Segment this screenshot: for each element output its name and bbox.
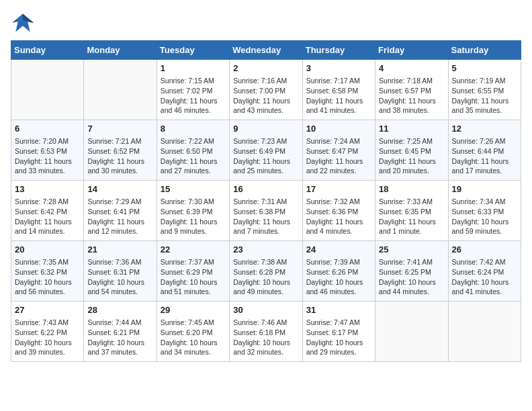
- calendar-cell: 13Sunrise: 7:28 AMSunset: 6:42 PMDayligh…: [11, 181, 84, 241]
- calendar-cell: 30Sunrise: 7:46 AMSunset: 6:18 PMDayligh…: [230, 302, 302, 362]
- day-number: 4: [379, 62, 444, 75]
- calendar-cell: [11, 60, 84, 120]
- calendar-table: SundayMondayTuesdayWednesdayThursdayFrid…: [11, 40, 521, 362]
- day-number: 20: [15, 244, 80, 256]
- day-number: 8: [161, 123, 226, 135]
- day-number: 30: [233, 304, 298, 316]
- calendar-cell: 22Sunrise: 7:37 AMSunset: 6:29 PMDayligh…: [157, 241, 229, 302]
- week-row-5: 27Sunrise: 7:43 AMSunset: 6:22 PMDayligh…: [11, 302, 521, 362]
- calendar-cell: 11Sunrise: 7:25 AMSunset: 6:45 PMDayligh…: [375, 120, 448, 181]
- day-info: Sunrise: 7:29 AMSunset: 6:41 PMDaylight:…: [87, 197, 152, 236]
- day-info: Sunrise: 7:18 AMSunset: 6:57 PMDaylight:…: [379, 76, 444, 116]
- day-info: Sunrise: 7:36 AMSunset: 6:31 PMDaylight:…: [87, 257, 152, 297]
- day-number: 21: [87, 244, 152, 256]
- day-info: Sunrise: 7:25 AMSunset: 6:45 PMDaylight:…: [379, 136, 444, 176]
- day-number: 5: [452, 62, 517, 75]
- week-row-1: 1Sunrise: 7:15 AMSunset: 7:02 PMDaylight…: [11, 60, 521, 120]
- weekday-header-sunday: Sunday: [11, 41, 84, 60]
- calendar-cell: 20Sunrise: 7:35 AMSunset: 6:32 PMDayligh…: [11, 241, 84, 302]
- day-info: Sunrise: 7:34 AMSunset: 6:33 PMDaylight:…: [452, 197, 517, 236]
- day-info: Sunrise: 7:21 AMSunset: 6:52 PMDaylight:…: [87, 136, 152, 176]
- day-number: 25: [379, 244, 444, 256]
- day-info: Sunrise: 7:20 AMSunset: 6:53 PMDaylight:…: [15, 136, 80, 176]
- day-info: Sunrise: 7:28 AMSunset: 6:42 PMDaylight:…: [15, 197, 80, 236]
- day-info: Sunrise: 7:47 AMSunset: 6:17 PMDaylight:…: [306, 318, 371, 357]
- calendar-cell: 7Sunrise: 7:21 AMSunset: 6:52 PMDaylight…: [84, 120, 157, 181]
- day-info: Sunrise: 7:45 AMSunset: 6:20 PMDaylight:…: [161, 318, 226, 357]
- calendar-cell: 24Sunrise: 7:39 AMSunset: 6:26 PMDayligh…: [302, 241, 375, 302]
- calendar-cell: 31Sunrise: 7:47 AMSunset: 6:17 PMDayligh…: [302, 302, 375, 362]
- day-number: 10: [306, 123, 371, 135]
- week-row-2: 6Sunrise: 7:20 AMSunset: 6:53 PMDaylight…: [11, 120, 521, 181]
- calendar-cell: 21Sunrise: 7:36 AMSunset: 6:31 PMDayligh…: [84, 241, 157, 302]
- day-info: Sunrise: 7:38 AMSunset: 6:28 PMDaylight:…: [233, 257, 298, 297]
- day-info: Sunrise: 7:35 AMSunset: 6:32 PMDaylight:…: [15, 257, 80, 297]
- day-info: Sunrise: 7:42 AMSunset: 6:24 PMDaylight:…: [452, 257, 517, 297]
- day-number: 7: [87, 123, 152, 135]
- day-number: 29: [161, 304, 226, 316]
- calendar-cell: 17Sunrise: 7:32 AMSunset: 6:36 PMDayligh…: [302, 181, 375, 241]
- day-number: 26: [452, 244, 517, 256]
- calendar-cell: 8Sunrise: 7:22 AMSunset: 6:50 PMDaylight…: [157, 120, 229, 181]
- weekday-header-wednesday: Wednesday: [230, 41, 302, 60]
- day-number: 17: [306, 183, 371, 195]
- calendar-cell: 25Sunrise: 7:41 AMSunset: 6:25 PMDayligh…: [375, 241, 448, 302]
- logo-bird-icon: [11, 11, 35, 35]
- day-info: Sunrise: 7:43 AMSunset: 6:22 PMDaylight:…: [15, 318, 80, 357]
- calendar-cell: 26Sunrise: 7:42 AMSunset: 6:24 PMDayligh…: [448, 241, 521, 302]
- day-info: Sunrise: 7:37 AMSunset: 6:29 PMDaylight:…: [161, 257, 226, 297]
- day-info: Sunrise: 7:46 AMSunset: 6:18 PMDaylight:…: [233, 318, 298, 357]
- day-info: Sunrise: 7:17 AMSunset: 6:58 PMDaylight:…: [306, 76, 371, 116]
- calendar-cell: 9Sunrise: 7:23 AMSunset: 6:49 PMDaylight…: [230, 120, 302, 181]
- day-number: 2: [233, 62, 298, 75]
- day-info: Sunrise: 7:41 AMSunset: 6:25 PMDaylight:…: [379, 257, 444, 297]
- weekday-header-friday: Friday: [375, 41, 448, 60]
- day-info: Sunrise: 7:32 AMSunset: 6:36 PMDaylight:…: [306, 197, 371, 236]
- logo: [11, 11, 38, 35]
- day-info: Sunrise: 7:26 AMSunset: 6:44 PMDaylight:…: [452, 136, 517, 176]
- day-number: 15: [161, 183, 226, 195]
- day-number: 24: [306, 244, 371, 256]
- day-number: 23: [233, 244, 298, 256]
- day-info: Sunrise: 7:23 AMSunset: 6:49 PMDaylight:…: [233, 136, 298, 176]
- day-info: Sunrise: 7:39 AMSunset: 6:26 PMDaylight:…: [306, 257, 371, 297]
- calendar-header-row: SundayMondayTuesdayWednesdayThursdayFrid…: [11, 41, 521, 60]
- calendar-cell: 12Sunrise: 7:26 AMSunset: 6:44 PMDayligh…: [448, 120, 521, 181]
- week-row-3: 13Sunrise: 7:28 AMSunset: 6:42 PMDayligh…: [11, 181, 521, 241]
- calendar-cell: 10Sunrise: 7:24 AMSunset: 6:47 PMDayligh…: [302, 120, 375, 181]
- weekday-header-thursday: Thursday: [302, 41, 375, 60]
- day-number: 12: [452, 123, 517, 135]
- calendar-cell: 19Sunrise: 7:34 AMSunset: 6:33 PMDayligh…: [448, 181, 521, 241]
- week-row-4: 20Sunrise: 7:35 AMSunset: 6:32 PMDayligh…: [11, 241, 521, 302]
- day-number: 22: [161, 244, 226, 256]
- day-info: Sunrise: 7:44 AMSunset: 6:21 PMDaylight:…: [87, 318, 152, 357]
- day-info: Sunrise: 7:30 AMSunset: 6:39 PMDaylight:…: [161, 197, 226, 236]
- day-info: Sunrise: 7:22 AMSunset: 6:50 PMDaylight:…: [161, 136, 226, 176]
- calendar-cell: 18Sunrise: 7:33 AMSunset: 6:35 PMDayligh…: [375, 181, 448, 241]
- day-number: 31: [306, 304, 371, 316]
- day-number: 11: [379, 123, 444, 135]
- calendar-cell: 16Sunrise: 7:31 AMSunset: 6:38 PMDayligh…: [230, 181, 302, 241]
- day-info: Sunrise: 7:24 AMSunset: 6:47 PMDaylight:…: [306, 136, 371, 176]
- day-number: 9: [233, 123, 298, 135]
- calendar-cell: 1Sunrise: 7:15 AMSunset: 7:02 PMDaylight…: [157, 60, 229, 120]
- day-number: 28: [87, 304, 152, 316]
- calendar-cell: [84, 60, 157, 120]
- calendar-cell: 2Sunrise: 7:16 AMSunset: 7:00 PMDaylight…: [230, 60, 302, 120]
- calendar-cell: [375, 302, 448, 362]
- day-number: 14: [87, 183, 152, 195]
- day-number: 16: [233, 183, 298, 195]
- calendar-cell: 5Sunrise: 7:19 AMSunset: 6:55 PMDaylight…: [448, 60, 521, 120]
- day-number: 3: [306, 62, 371, 75]
- day-number: 18: [379, 183, 444, 195]
- calendar-cell: 28Sunrise: 7:44 AMSunset: 6:21 PMDayligh…: [84, 302, 157, 362]
- calendar-cell: 27Sunrise: 7:43 AMSunset: 6:22 PMDayligh…: [11, 302, 84, 362]
- weekday-header-monday: Monday: [84, 41, 157, 60]
- weekday-header-saturday: Saturday: [448, 41, 521, 60]
- day-info: Sunrise: 7:15 AMSunset: 7:02 PMDaylight:…: [161, 76, 226, 116]
- calendar-cell: 23Sunrise: 7:38 AMSunset: 6:28 PMDayligh…: [230, 241, 302, 302]
- calendar-cell: [448, 302, 521, 362]
- calendar-cell: 15Sunrise: 7:30 AMSunset: 6:39 PMDayligh…: [157, 181, 229, 241]
- day-info: Sunrise: 7:31 AMSunset: 6:38 PMDaylight:…: [233, 197, 298, 236]
- calendar-cell: 4Sunrise: 7:18 AMSunset: 6:57 PMDaylight…: [375, 60, 448, 120]
